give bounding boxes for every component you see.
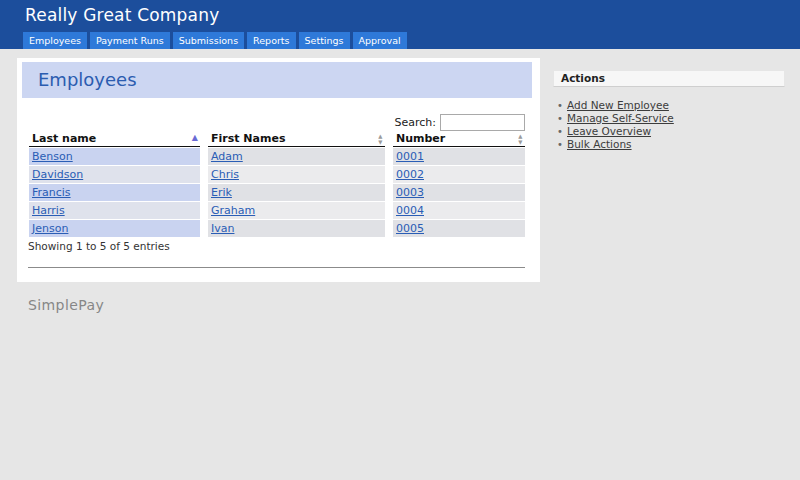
cell-first-names: Graham xyxy=(208,202,385,219)
simplepay-logo: SimplePay xyxy=(28,297,104,313)
company-title: Really Great Company xyxy=(25,5,219,25)
column-header-first-names[interactable]: First Names▲▼ xyxy=(208,131,385,147)
table-header-row: Last name▲First Names▲▼Number▲▼ xyxy=(29,131,525,147)
employee-link-last-name[interactable]: Jenson xyxy=(32,222,68,235)
sort-both-icon: ▲▼ xyxy=(378,133,383,145)
cell-last-name: Jenson xyxy=(29,220,200,237)
tab-employees[interactable]: Employees xyxy=(23,32,87,49)
action-item: Manage Self-Service xyxy=(553,112,785,125)
employee-link-first-names[interactable]: Adam xyxy=(211,150,243,163)
tab-approval[interactable]: Approval xyxy=(353,32,407,49)
actions-list: Add New EmployeeManage Self-ServiceLeave… xyxy=(553,99,785,151)
column-label: First Names xyxy=(211,132,285,145)
table-row: BensonAdam0001 xyxy=(29,148,525,165)
cell-first-names: Chris xyxy=(208,166,385,183)
main-nav: EmployeesPayment RunsSubmissionsReportsS… xyxy=(0,32,800,49)
action-item: Bulk Actions xyxy=(553,138,785,151)
employee-link-number[interactable]: 0001 xyxy=(396,150,424,163)
cell-number: 0004 xyxy=(393,202,525,219)
sort-ascending-icon: ▲ xyxy=(192,133,198,143)
employee-link-first-names[interactable]: Chris xyxy=(211,168,239,181)
cell-number: 0002 xyxy=(393,166,525,183)
table-row: JensonIvan0005 xyxy=(29,220,525,237)
column-header-last-name[interactable]: Last name▲ xyxy=(29,131,200,147)
column-header-number[interactable]: Number▲▼ xyxy=(393,131,525,147)
employees-table-head: Last name▲First Names▲▼Number▲▼ xyxy=(29,131,525,147)
cell-number: 0005 xyxy=(393,220,525,237)
employee-link-last-name[interactable]: Francis xyxy=(32,186,71,199)
actions-sidebar: Actions Add New EmployeeManage Self-Serv… xyxy=(553,70,785,151)
cell-number: 0003 xyxy=(393,184,525,201)
table-row: FrancisErik0003 xyxy=(29,184,525,201)
employee-link-first-names[interactable]: Ivan xyxy=(211,222,234,235)
employees-panel: Employees Search: Last name▲First Names▲… xyxy=(17,58,540,282)
table-info: Showing 1 to 5 of 5 entries xyxy=(28,240,170,252)
employee-link-first-names[interactable]: Graham xyxy=(211,204,255,217)
employee-link-number[interactable]: 0003 xyxy=(396,186,424,199)
cell-last-name: Harris xyxy=(29,202,200,219)
column-label: Last name xyxy=(32,132,96,145)
tab-submissions[interactable]: Submissions xyxy=(173,32,244,49)
page-title: Employees xyxy=(22,62,532,98)
employee-link-number[interactable]: 0002 xyxy=(396,168,424,181)
cell-last-name: Benson xyxy=(29,148,200,165)
panel-divider xyxy=(28,267,525,268)
action-link-manage-self-service[interactable]: Manage Self-Service xyxy=(567,112,674,124)
employee-link-last-name[interactable]: Harris xyxy=(32,204,65,217)
employees-table: Last name▲First Names▲▼Number▲▼ BensonAd… xyxy=(21,130,533,238)
search-row: Search: xyxy=(395,113,526,131)
search-input[interactable] xyxy=(440,114,525,131)
actions-header: Actions xyxy=(553,70,785,87)
cell-first-names: Erik xyxy=(208,184,385,201)
top-header-bar: Really Great Company xyxy=(0,0,800,32)
action-item: Leave Overview xyxy=(553,125,785,138)
action-link-add-new-employee[interactable]: Add New Employee xyxy=(567,99,669,111)
employees-table-body: BensonAdam0001DavidsonChris0002FrancisEr… xyxy=(29,148,525,237)
table-row: HarrisGraham0004 xyxy=(29,202,525,219)
employee-link-number[interactable]: 0004 xyxy=(396,204,424,217)
employee-link-number[interactable]: 0005 xyxy=(396,222,424,235)
cell-last-name: Davidson xyxy=(29,166,200,183)
sort-both-icon: ▲▼ xyxy=(518,133,523,145)
employee-link-first-names[interactable]: Erik xyxy=(211,186,232,199)
action-link-bulk-actions[interactable]: Bulk Actions xyxy=(567,138,632,150)
action-item: Add New Employee xyxy=(553,99,785,112)
column-label: Number xyxy=(396,132,445,145)
employee-link-last-name[interactable]: Benson xyxy=(32,150,73,163)
tab-reports[interactable]: Reports xyxy=(247,32,295,49)
cell-first-names: Ivan xyxy=(208,220,385,237)
cell-last-name: Francis xyxy=(29,184,200,201)
tab-settings[interactable]: Settings xyxy=(299,32,350,49)
action-link-leave-overview[interactable]: Leave Overview xyxy=(567,125,651,137)
search-label: Search: xyxy=(395,116,437,129)
cell-first-names: Adam xyxy=(208,148,385,165)
table-row: DavidsonChris0002 xyxy=(29,166,525,183)
employee-link-last-name[interactable]: Davidson xyxy=(32,168,83,181)
cell-number: 0001 xyxy=(393,148,525,165)
tab-payment-runs[interactable]: Payment Runs xyxy=(90,32,170,49)
